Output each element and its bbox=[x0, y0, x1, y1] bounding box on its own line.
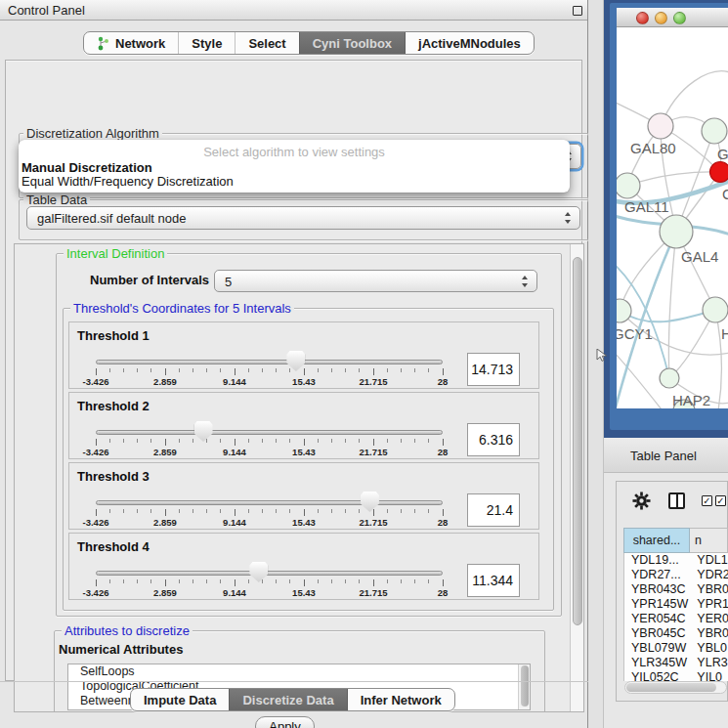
number-of-intervals-value: 5 bbox=[225, 274, 232, 288]
panel-divider[interactable] bbox=[588, 0, 604, 728]
slider-thumb[interactable] bbox=[249, 562, 268, 582]
algorithm-dropdown-prompt: Select algorithm to view settings bbox=[19, 145, 570, 159]
table-row[interactable]: YLR345WYLR3 bbox=[624, 656, 728, 670]
network-window-titlebar[interactable] bbox=[617, 8, 728, 27]
split-view-icon[interactable] bbox=[668, 492, 685, 509]
threshold-3-panel: Threshold 3 -3.4262.8599.14415.4321.7152… bbox=[68, 462, 539, 530]
table-row[interactable]: YER054CYER0 bbox=[624, 612, 728, 626]
slider-track[interactable] bbox=[96, 500, 443, 505]
float-window-icon[interactable] bbox=[573, 6, 582, 16]
table-row[interactable]: YBR043CYBR0 bbox=[624, 582, 728, 597]
checkbox-icon[interactable]: ✓ bbox=[702, 495, 712, 506]
threshold-4-panel: Threshold 4 -3.4262.8599.14415.4321.7152… bbox=[68, 533, 539, 600]
table-panel-title: Table Panel bbox=[630, 449, 697, 463]
control-panel: Control Panel ✕ Network Style Select Cyn… bbox=[0, 0, 588, 728]
table-panel-body: ✓ ✓ shared... n YDL19...YDL1 YDR27...YDR… bbox=[604, 473, 728, 728]
table-row[interactable]: YDR27...YDR2 bbox=[624, 568, 728, 582]
table-header-row: shared... n bbox=[623, 528, 728, 553]
node-label-hap2: HAP2 bbox=[672, 392, 710, 408]
table-row[interactable]: YBL079WYBL0 bbox=[624, 641, 728, 656]
slider-track[interactable] bbox=[96, 430, 443, 435]
tab-network[interactable]: Network bbox=[84, 32, 178, 54]
interval-definition-title: Interval Definition bbox=[64, 246, 167, 261]
bottom-separator bbox=[0, 681, 588, 682]
node-label-partial-ga: GA bbox=[717, 146, 728, 162]
slider-thumb[interactable] bbox=[361, 492, 379, 512]
slider-track[interactable] bbox=[96, 360, 443, 364]
tab-discretize-data[interactable]: Discretize Data bbox=[229, 689, 346, 710]
checkbox-icon[interactable]: ✓ bbox=[715, 495, 726, 506]
table-data-combobox[interactable]: galFiltered.sif default node bbox=[26, 206, 580, 230]
slider-track[interactable] bbox=[96, 571, 443, 576]
network-desktop: GAL80 GA C GAL11 GAL4 GCY1 H HAP2 bbox=[604, 0, 728, 438]
threshold-3-value-field[interactable]: 21.4 bbox=[467, 493, 520, 527]
gear-icon[interactable] bbox=[632, 492, 651, 510]
algorithm-dropdown-popup: Select algorithm to view settings Manual… bbox=[19, 140, 570, 193]
zoom-traffic-light-icon[interactable] bbox=[673, 12, 686, 24]
mouse-cursor bbox=[596, 349, 608, 363]
threshold-1-panel: Threshold 1 -3.4262.8599.14415.4321.7152… bbox=[68, 321, 539, 389]
table-data-value: galFiltered.sif default node bbox=[37, 211, 186, 226]
network-icon bbox=[97, 36, 109, 51]
number-of-intervals-combobox[interactable]: 5 bbox=[214, 270, 537, 292]
top-tab-bar: Network Style Select Cyni Toolbox jActiv… bbox=[83, 31, 535, 55]
column-header-name[interactable]: n bbox=[690, 528, 728, 553]
dropdown-item-manual-discretization[interactable]: Manual Discretization bbox=[21, 160, 568, 174]
scrollbar-thumb[interactable] bbox=[626, 683, 716, 692]
tab-infer-network[interactable]: Infer Network bbox=[347, 689, 454, 710]
tab-cyni-toolbox[interactable]: Cyni Toolbox bbox=[299, 32, 405, 54]
table-row[interactable]: YBR045CYBR0 bbox=[624, 626, 728, 641]
number-of-intervals-label: Number of Intervals bbox=[90, 273, 209, 287]
node-label-gal4: GAL4 bbox=[681, 248, 718, 265]
tab-style[interactable]: Style bbox=[178, 32, 235, 54]
combo-arrows-icon bbox=[565, 212, 572, 224]
table-data-group-title: Table Data bbox=[23, 193, 90, 207]
scrollbar-thumb[interactable] bbox=[573, 257, 582, 625]
list-item[interactable]: SelfLoops bbox=[68, 664, 530, 679]
discretization-algorithm-group-title: Discretization Algorithm bbox=[23, 126, 162, 141]
network-canvas[interactable]: GAL80 GA C GAL11 GAL4 GCY1 H HAP2 bbox=[617, 27, 728, 408]
combo-arrows-icon bbox=[522, 276, 529, 287]
control-panel-title: Control Panel bbox=[8, 3, 85, 18]
column-header-shared[interactable]: shared... bbox=[623, 528, 690, 553]
tab-impute-data[interactable]: Impute Data bbox=[131, 689, 229, 710]
bottom-tab-bar: Impute Data Discretize Data Infer Networ… bbox=[130, 688, 455, 711]
slider-thumb[interactable] bbox=[194, 421, 213, 442]
node-label-gal80: GAL80 bbox=[630, 140, 676, 156]
list-scrollbar[interactable] bbox=[518, 664, 530, 709]
attributes-group-title: Attributes to discretize bbox=[62, 623, 193, 638]
minimize-traffic-light-icon[interactable] bbox=[655, 12, 667, 24]
node-label-gal11: GAL11 bbox=[624, 198, 669, 215]
numerical-attributes-label: Numerical Attributes bbox=[59, 642, 183, 657]
threshold-4-value-field[interactable]: 11.344 bbox=[467, 564, 520, 597]
threshold-1-value-field[interactable]: 14.713 bbox=[467, 353, 520, 386]
threshold-2-panel: Threshold 2 -3.4262.8599.14415.4321.7152… bbox=[68, 392, 539, 459]
dropdown-item-equal-width-frequency[interactable]: Equal Width/Frequency Discretization bbox=[21, 174, 568, 188]
table-rows: YDL19...YDL1 YDR27...YDR2 YBR043CYBR0 YP… bbox=[623, 553, 728, 681]
cyni-toolbox-panel: Discretization Algorithm Select algorith… bbox=[5, 60, 582, 681]
apply-button[interactable]: Apply bbox=[255, 716, 315, 728]
node-label-partial-h: H bbox=[721, 325, 728, 342]
close-traffic-light-icon[interactable] bbox=[636, 12, 649, 24]
tab-select[interactable]: Select bbox=[235, 32, 298, 54]
network-graph: GAL80 GA C GAL11 GAL4 GCY1 H HAP2 bbox=[617, 27, 728, 408]
table-panel-titlebar: Table Panel bbox=[604, 438, 728, 473]
application-window: Control Panel ✕ Network Style Select Cyn… bbox=[0, 0, 728, 728]
threshold-2-value-field[interactable]: 6.316 bbox=[467, 423, 520, 456]
settings-scroll-pane: Interval Definition Number of Intervals … bbox=[14, 243, 584, 712]
table-row[interactable]: YIL052CYIL0 bbox=[624, 670, 728, 681]
tab-jactivemnodules[interactable]: jActiveMNodules bbox=[405, 32, 534, 54]
thresholds-group-title: Threshold's Coordinates for 5 Intervals bbox=[70, 301, 294, 316]
right-region: GAL80 GA C GAL11 GAL4 GCY1 H HAP2 Table … bbox=[604, 0, 728, 728]
node-label-partial-c: C bbox=[722, 186, 728, 202]
node-label-gcy1: GCY1 bbox=[617, 325, 653, 342]
table-row[interactable]: YDL19...YDL1 bbox=[624, 553, 728, 568]
settings-vertical-scrollbar[interactable] bbox=[570, 244, 584, 711]
tab-network-label: Network bbox=[115, 36, 165, 51]
control-panel-titlebar: Control Panel ✕ bbox=[0, 0, 587, 21]
table-row[interactable]: YPR145WYPR1 bbox=[624, 597, 728, 612]
table-horizontal-scrollbar[interactable] bbox=[624, 681, 727, 694]
